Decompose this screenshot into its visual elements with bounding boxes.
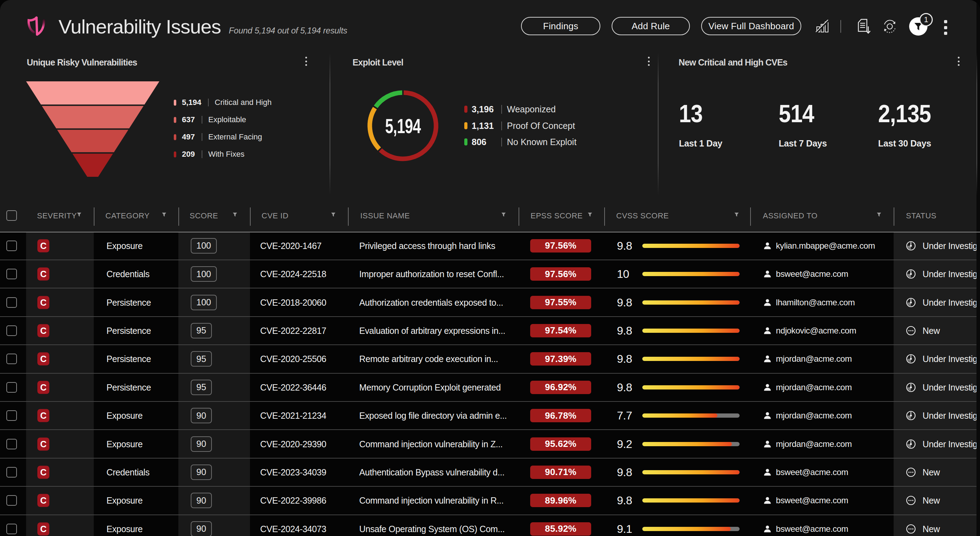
assigned-to-cell: lhamilton@acme.com [776, 298, 855, 308]
cve-id-cell[interactable]: CVE-2021-21234 [260, 411, 326, 421]
score-chip: 100 [191, 238, 217, 254]
score-chip: 90 [191, 521, 212, 536]
row-checkbox[interactable] [6, 382, 17, 393]
row-checkbox[interactable] [6, 495, 17, 506]
status-icon [906, 411, 916, 420]
cvss-score-bar [642, 328, 740, 333]
row-checkbox[interactable] [6, 410, 17, 421]
status-icon [906, 467, 916, 477]
status-cell: New [923, 467, 940, 477]
table-row[interactable]: C Persistence 95 CVE-2022-36446 Memory C… [0, 374, 980, 402]
cvss-score-bar [642, 357, 740, 361]
score-chip: 95 [191, 323, 212, 338]
cvss-score-bar [642, 498, 740, 503]
table-row[interactable]: C Exposure 90 CVE-2021-21234 Exposed log… [0, 402, 980, 430]
cvss-score-value: 7.7 [617, 409, 632, 422]
category-cell: Persistence [107, 382, 151, 392]
status-cell: Under Investigation [923, 297, 980, 308]
assignee-icon [763, 439, 772, 449]
cvss-score-bar [642, 527, 740, 531]
issue-name-cell[interactable]: Remote arbitrary code execution in... [359, 354, 498, 364]
issue-name-cell[interactable]: Memory Corruption Exploit generated [359, 382, 501, 392]
table-row[interactable]: C Exposure 90 CVE-2020-29390 Command inj… [0, 430, 980, 458]
severity-badge: C [37, 409, 49, 422]
status-icon [906, 354, 916, 364]
cve-id-cell[interactable]: CVE-2020-1467 [260, 241, 321, 251]
status-icon [906, 269, 916, 279]
issue-name-cell[interactable]: Command injection vulnerability in Z... [359, 439, 503, 449]
row-checkbox[interactable] [6, 467, 17, 477]
assigned-to-cell: bsweet@acme.com [776, 495, 848, 505]
epss-score-badge: 96.92% [530, 381, 591, 394]
cve-id-cell[interactable]: CVE-2022-22817 [260, 325, 326, 336]
table-row[interactable]: C Persistence 95 CVE-2022-22817 Evaluati… [0, 317, 980, 345]
table-row[interactable]: C Credentials 100 CVE-2024-22518 Imprope… [0, 260, 980, 289]
issue-name-cell[interactable]: Authorization credentials exposed to... [359, 297, 503, 308]
assignee-icon [763, 496, 772, 505]
assigned-to-cell: bsweet@acme.com [776, 269, 848, 279]
assignee-icon [763, 298, 772, 307]
table-row[interactable]: C Exposure 90 CVE-2024-34073 Unsafe Oper… [0, 515, 980, 536]
epss-score-badge: 97.39% [530, 352, 591, 366]
issue-name-cell[interactable]: Improper authorization to reset Confl... [359, 269, 504, 279]
status-icon [906, 495, 916, 505]
issue-name-cell[interactable]: Exposed log file directory via admin e..… [359, 411, 507, 421]
category-cell: Exposure [107, 411, 142, 421]
cvss-score-bar [642, 244, 740, 248]
status-icon [906, 524, 916, 534]
assigned-to-cell: bsweet@acme.com [776, 467, 848, 477]
cve-id-cell[interactable]: CVE-2024-22518 [260, 269, 326, 279]
cve-id-cell[interactable]: CVE-2020-25506 [260, 354, 326, 364]
row-checkbox[interactable] [6, 354, 17, 364]
score-chip: 90 [191, 408, 212, 423]
table-row[interactable]: C Exposure 100 CVE-2020-1467 Privileged … [0, 232, 980, 260]
panel-divider [977, 53, 977, 195]
status-cell: Under Investigation [923, 439, 980, 449]
assignee-icon [763, 326, 772, 335]
cve-id-cell[interactable]: CVE-2018-20060 [260, 297, 326, 308]
issue-name-cell[interactable]: Command injection vulnerability in R... [359, 495, 504, 506]
cve-id-cell[interactable]: CVE-2022-36446 [260, 382, 326, 392]
cve-id-cell[interactable]: CVE-2023-34039 [260, 467, 326, 477]
row-checkbox[interactable] [6, 241, 17, 251]
epss-score-badge: 97.56% [530, 267, 591, 281]
issue-name-cell[interactable]: Privileged access through hard links [359, 241, 495, 251]
assigned-to-cell: mjordan@acme.com [776, 411, 852, 420]
cvss-score-bar [642, 442, 740, 446]
table-row[interactable]: C Persistence 100 CVE-2018-20060 Authori… [0, 289, 980, 317]
cvss-score-value: 9.8 [617, 296, 632, 309]
cvss-score-value: 9.8 [617, 381, 632, 394]
status-icon [906, 241, 916, 251]
status-cell: Under Investigation [923, 382, 980, 392]
severity-badge: C [37, 324, 49, 337]
cve-id-cell[interactable]: CVE-2024-34073 [260, 524, 326, 534]
assigned-to-cell: ndjokovic@acme.com [776, 326, 856, 336]
row-checkbox[interactable] [6, 297, 17, 308]
assigned-to-cell: kylian.mbappe@acme.com [776, 241, 875, 251]
assigned-to-cell: bsweet@acme.com [776, 524, 848, 534]
row-checkbox[interactable] [6, 439, 17, 449]
issue-name-cell[interactable]: Authentication Bypass vulnerability d... [359, 467, 504, 477]
status-cell: Under Investigation [923, 354, 980, 364]
row-checkbox[interactable] [6, 325, 17, 336]
severity-badge: C [37, 494, 49, 507]
issue-name-cell[interactable]: Evaluation of arbitrary expressions in..… [359, 325, 505, 336]
cvss-score-bar [642, 385, 740, 390]
category-cell: Exposure [107, 524, 142, 534]
issue-name-cell[interactable]: Unsafe Operating System (OS) Com... [359, 524, 505, 534]
table-row[interactable]: C Exposure 90 CVE-2022-39986 Command inj… [0, 487, 980, 515]
row-checkbox[interactable] [6, 269, 17, 279]
score-chip: 90 [191, 493, 212, 508]
status-cell: New [923, 524, 940, 534]
table-row[interactable]: C Credentials 90 CVE-2023-34039 Authenti… [0, 458, 980, 487]
cve-id-cell[interactable]: CVE-2022-39986 [260, 495, 326, 506]
table-body: C Exposure 100 CVE-2020-1467 Privileged … [0, 0, 980, 536]
cvss-score-bar [642, 414, 740, 418]
epss-score-badge: 90.71% [530, 466, 591, 479]
table-row[interactable]: C Persistence 95 CVE-2020-25506 Remote a… [0, 345, 980, 373]
score-chip: 90 [191, 436, 212, 452]
severity-badge: C [37, 268, 49, 281]
cve-id-cell[interactable]: CVE-2020-29390 [260, 439, 326, 449]
cvss-score-value: 9.8 [617, 239, 632, 252]
row-checkbox[interactable] [6, 524, 17, 534]
